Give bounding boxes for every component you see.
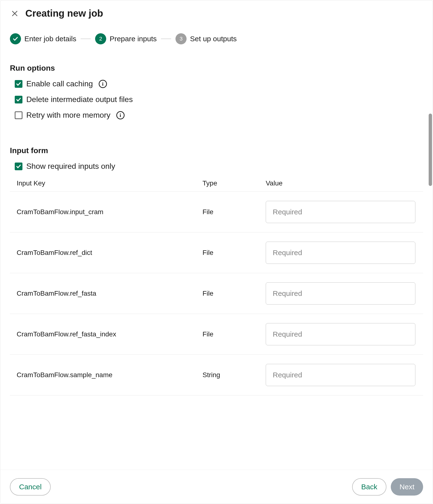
input-key: CramToBamFlow.ref_dict — [17, 249, 203, 257]
step-label: Enter job details — [24, 35, 76, 43]
modal-body: Enter job details 2 Prepare inputs 3 Set… — [0, 24, 433, 470]
stepper: Enter job details 2 Prepare inputs 3 Set… — [10, 33, 423, 44]
check-circle-icon — [10, 33, 21, 44]
back-button[interactable]: Back — [352, 478, 387, 495]
table-row: CramToBamFlow.ref_fasta_index File — [10, 314, 423, 355]
input-key: CramToBamFlow.ref_fasta_index — [17, 330, 203, 338]
checkbox[interactable] — [15, 96, 22, 103]
input-form-title: Input form — [10, 146, 423, 155]
step-number-icon: 3 — [175, 33, 187, 44]
table-row: CramToBamFlow.input_cram File — [10, 192, 423, 233]
run-options-title: Run options — [10, 64, 423, 72]
close-icon[interactable] — [11, 10, 18, 17]
input-key: CramToBamFlow.sample_name — [17, 371, 203, 379]
next-button[interactable]: Next — [391, 478, 423, 495]
col-header-value: Value — [266, 180, 416, 187]
col-header-key: Input Key — [17, 180, 203, 187]
modal-header: Creating new job — [0, 0, 433, 24]
input-key: CramToBamFlow.ref_fasta — [17, 290, 203, 297]
input-type: File — [203, 290, 266, 297]
modal-title: Creating new job — [25, 8, 103, 19]
table-row: CramToBamFlow.ref_dict File — [10, 233, 423, 273]
value-input[interactable] — [266, 201, 415, 223]
col-header-type: Type — [203, 180, 266, 187]
checkbox[interactable] — [15, 80, 22, 88]
cancel-button[interactable]: Cancel — [10, 478, 51, 495]
option-retry-with-memory: Retry with more memory i — [15, 111, 423, 120]
option-delete-intermediate-files: Delete intermediate output files — [15, 95, 423, 104]
info-icon[interactable]: i — [116, 111, 125, 119]
step-connector — [161, 39, 171, 39]
step-set-up-outputs: 3 Set up outputs — [175, 33, 237, 44]
step-connector — [81, 39, 91, 39]
step-prepare-inputs[interactable]: 2 Prepare inputs — [95, 33, 157, 44]
scrollbar[interactable] — [429, 114, 432, 186]
step-number-icon: 2 — [95, 33, 106, 44]
checkbox-label: Delete intermediate output files — [26, 95, 133, 104]
step-enter-job-details[interactable]: Enter job details — [10, 33, 76, 44]
table-row: CramToBamFlow.ref_fasta File — [10, 273, 423, 314]
value-input[interactable] — [266, 242, 415, 264]
step-label: Prepare inputs — [110, 35, 157, 43]
table-row: CramToBamFlow.sample_name String — [10, 355, 423, 396]
input-table-header: Input Key Type Value — [10, 175, 423, 192]
footer-right: Back Next — [352, 478, 423, 495]
input-type: File — [203, 208, 266, 216]
checkbox-label: Show required inputs only — [26, 162, 115, 171]
input-key: CramToBamFlow.input_cram — [17, 208, 203, 216]
option-show-required-only: Show required inputs only — [10, 162, 423, 171]
input-type: File — [203, 249, 266, 257]
info-icon[interactable]: i — [99, 80, 107, 88]
checkbox[interactable] — [15, 111, 22, 119]
value-input[interactable] — [266, 323, 415, 345]
value-input[interactable] — [266, 364, 415, 386]
run-options-group: Enable call caching i Delete intermediat… — [10, 79, 423, 120]
input-type: String — [203, 371, 266, 379]
create-job-modal: Creating new job Enter job details 2 Pre… — [0, 0, 433, 504]
input-type: File — [203, 330, 266, 338]
checkbox[interactable] — [15, 162, 22, 170]
checkbox-label: Enable call caching — [26, 79, 93, 88]
option-enable-call-caching: Enable call caching i — [15, 79, 423, 88]
value-input[interactable] — [266, 282, 415, 305]
modal-footer: Cancel Back Next — [0, 470, 433, 504]
checkbox-label: Retry with more memory — [26, 111, 111, 120]
step-label: Set up outputs — [190, 35, 237, 43]
